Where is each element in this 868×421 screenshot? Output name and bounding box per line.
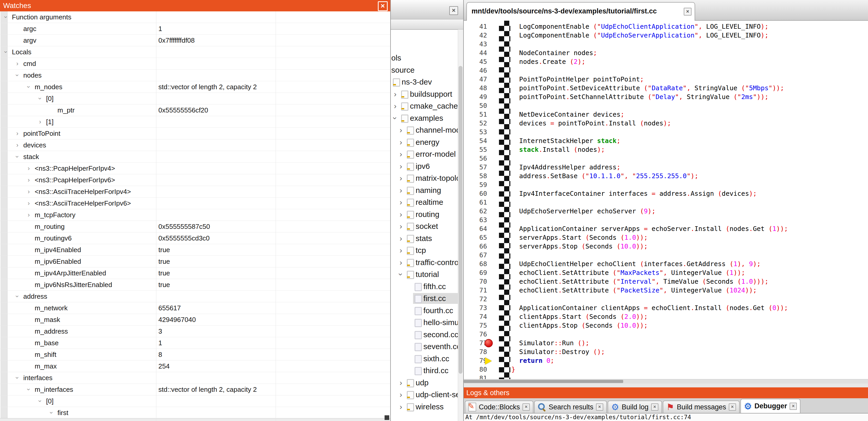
- watch-row[interactable]: ›<ns3::PcapHelperForIpv6>: [0, 174, 390, 186]
- tree-item-ols[interactable]: ols: [390, 52, 458, 64]
- line-number[interactable]: 44: [463, 48, 487, 57]
- line-number[interactable]: 43: [463, 40, 487, 48]
- code-line[interactable]: Ipv4AddressHelper address;: [512, 163, 620, 172]
- code-line[interactable]: UdpEchoClientHelper echoClient (interfac…: [512, 260, 761, 268]
- watch-row[interactable]: argc1: [0, 23, 390, 35]
- tree-item-sixth-cc[interactable]: sixth.cc: [390, 353, 458, 365]
- chevron-right-icon[interactable]: ›: [397, 184, 405, 196]
- watches-titlebar[interactable]: Watches ×: [0, 0, 390, 11]
- watch-row[interactable]: ›devices: [0, 139, 390, 151]
- watch-row[interactable]: ›m_interfacesstd::vector of length 2, ca…: [0, 384, 390, 395]
- watch-row[interactable]: ›interfaces: [0, 372, 390, 384]
- tree-item-channel-mod[interactable]: ›channel-mod: [390, 124, 458, 136]
- chevron-right-icon[interactable]: ›: [397, 232, 405, 245]
- close-icon[interactable]: ×: [729, 403, 736, 411]
- tree-item-ipv6[interactable]: ›ipv6: [390, 160, 458, 172]
- watch-row[interactable]: m_shift8: [0, 349, 390, 360]
- line-number[interactable]: 73: [463, 303, 487, 313]
- tree-item-seventh-cc[interactable]: seventh.cc: [390, 341, 458, 353]
- line-number[interactable]: 68: [463, 260, 487, 268]
- chevron-right-icon[interactable]: ›: [13, 139, 21, 151]
- line-number[interactable]: 46: [463, 66, 487, 75]
- code-line[interactable]: serverApps.Start (Seconds (1.0));: [512, 233, 648, 242]
- tree-item-tcp[interactable]: ›tcp: [390, 245, 458, 256]
- watch-row[interactable]: m_mask4294967040: [0, 314, 390, 326]
- watch-row[interactable]: ›cmd: [0, 58, 390, 70]
- chevron-right-icon[interactable]: ›: [397, 220, 405, 232]
- breakpoint-icon[interactable]: [485, 339, 493, 347]
- line-number[interactable]: 80: [463, 365, 487, 374]
- editor-hscrollbar-thumb[interactable]: [464, 380, 623, 383]
- tree-item-error-model[interactable]: ›error-model: [390, 148, 458, 160]
- line-number[interactable]: 63: [463, 216, 487, 224]
- line-number[interactable]: 52: [463, 119, 487, 128]
- chevron-right-icon[interactable]: ›: [397, 124, 405, 136]
- line-number[interactable]: 72: [463, 295, 487, 303]
- chevron-right-icon[interactable]: ›: [397, 148, 405, 160]
- tree-scrollbar-thumb[interactable]: [459, 66, 462, 374]
- chevron-down-icon[interactable]: ›: [34, 397, 46, 405]
- tree-item-third-cc[interactable]: third.cc: [390, 365, 458, 377]
- watch-row[interactable]: m_address3: [0, 326, 390, 337]
- line-number[interactable]: 81: [463, 374, 487, 379]
- tree-item-ns-3-dev[interactable]: ns-3-dev: [390, 76, 458, 88]
- close-icon[interactable]: ×: [523, 403, 530, 411]
- line-number[interactable]: 74: [463, 313, 487, 321]
- code-line[interactable]: clientApps.Stop (Seconds (10.0));: [512, 321, 648, 330]
- line-number[interactable]: 62: [463, 207, 487, 216]
- code-line[interactable]: }: [512, 365, 515, 374]
- code-line[interactable]: devices = pointToPoint.Install (nodes);: [512, 119, 671, 128]
- code-line[interactable]: InternetStackHelper stack;: [512, 136, 620, 145]
- watch-row[interactable]: ›[0]: [0, 93, 390, 104]
- code-line[interactable]: UdpEchoServerHelper echoServer (9);: [512, 207, 655, 216]
- code-line[interactable]: ApplicationContainer clientApps = echoCl…: [512, 303, 788, 313]
- logs-titlebar[interactable]: Logs & others: [463, 387, 868, 398]
- editor-body[interactable]: 41 LogComponentEnable ("UdpEchoClientApp…: [463, 21, 868, 379]
- code-line[interactable]: pointToPoint.SetDeviceAttribute ("DataRa…: [512, 84, 784, 93]
- watch-row[interactable]: m_max254: [0, 360, 390, 372]
- watch-row[interactable]: ›nodes: [0, 70, 390, 81]
- watch-row[interactable]: m_ipv4Enabledtrue: [0, 244, 390, 256]
- watch-row[interactable]: ›Locals: [0, 46, 390, 58]
- logs-tab-build-log[interactable]: ⚙Build log×: [608, 400, 662, 413]
- watch-row[interactable]: ›[0]: [0, 395, 390, 407]
- logs-tab-debugger[interactable]: ⚙Debugger×: [740, 399, 801, 413]
- chevron-down-icon[interactable]: ›: [12, 374, 23, 382]
- line-number[interactable]: 45: [463, 57, 487, 66]
- watch-row[interactable]: ›pointToPoint: [0, 128, 390, 139]
- code-line[interactable]: stack.Install (nodes);: [512, 145, 605, 154]
- line-number[interactable]: 49: [463, 93, 487, 101]
- line-number[interactable]: 58: [463, 172, 487, 181]
- close-icon[interactable]: ×: [651, 403, 658, 411]
- chevron-right-icon[interactable]: ›: [397, 160, 405, 172]
- code-line[interactable]: Simulator::Run ();: [512, 339, 589, 348]
- code-line[interactable]: NodeContainer nodes;: [512, 48, 597, 57]
- watch-row[interactable]: m_ipv4ArpJitterEnabledtrue: [0, 267, 390, 279]
- chevron-down-icon[interactable]: ›: [390, 114, 401, 122]
- chevron-right-icon[interactable]: ›: [397, 257, 405, 268]
- chevron-right-icon[interactable]: ›: [25, 163, 33, 174]
- watch-row[interactable]: ›address: [0, 291, 390, 302]
- tree-item-udp[interactable]: ›udp: [390, 377, 458, 389]
- code-line[interactable]: PointToPointHelper pointToPoint;: [512, 75, 644, 84]
- line-number[interactable]: 47: [463, 75, 487, 84]
- tree-item-wireless[interactable]: ›wireless: [390, 401, 458, 413]
- code-line[interactable]: return 0;: [512, 356, 554, 365]
- code-line[interactable]: serverApps.Stop (Seconds (10.0));: [512, 242, 648, 251]
- line-number[interactable]: 61: [463, 198, 487, 207]
- logs-tab-search-results[interactable]: Search results×: [534, 400, 607, 413]
- chevron-down-icon[interactable]: ›: [0, 13, 12, 21]
- line-number[interactable]: 42: [463, 31, 487, 40]
- line-number[interactable]: 78: [463, 348, 487, 356]
- line-number[interactable]: 57: [463, 163, 487, 172]
- tree-item-examples[interactable]: ›examples: [390, 112, 458, 124]
- chevron-down-icon[interactable]: ›: [23, 386, 34, 393]
- chevron-right-icon[interactable]: ›: [397, 136, 405, 148]
- code-line[interactable]: NetDeviceContainer devices;: [512, 110, 624, 119]
- tree-item-buildsupport[interactable]: ›buildsupport: [390, 88, 458, 100]
- tree-item-source[interactable]: source: [390, 64, 458, 76]
- watch-row[interactable]: m_routingv60x5555555cd3c0: [0, 232, 390, 244]
- code-line[interactable]: echoClient.SetAttribute ("MaxPackets", U…: [512, 268, 745, 277]
- line-number[interactable]: 64: [463, 224, 487, 233]
- watch-row[interactable]: ›<ns3::AsciiTraceHelperForIpv4>: [0, 186, 390, 198]
